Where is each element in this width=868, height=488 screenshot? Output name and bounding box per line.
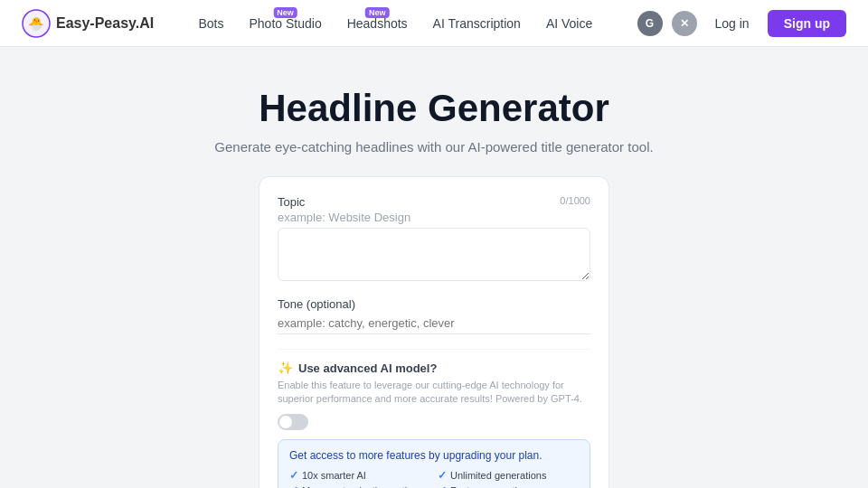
tone-field: Tone (optional) [278,297,590,334]
signup-button[interactable]: Sign up [768,10,846,37]
feature-customization: ✓ More customization options [289,484,430,488]
tone-label: Tone (optional) [278,297,355,311]
feature-unlimited: ✓ Unlimited generations [438,469,579,482]
feature-faster: ✓ Faster generation [438,484,579,488]
page-title: Headline Generator [18,87,850,130]
nav-headshots[interactable]: New Headshots [347,16,408,31]
ai-description: Enable this feature to leverage our cutt… [278,379,590,407]
upgrade-banner-text: Get access to more features by upgrading… [289,449,579,462]
ai-toggle-label: Use advanced AI model? [298,361,437,375]
login-button[interactable]: Log in [706,11,759,36]
upgrade-features-grid: ✓ 10x smarter AI ✓ Unlimited generations… [289,469,579,488]
check-icon-smarter: ✓ [289,469,298,482]
topic-textarea[interactable] [278,228,590,281]
feature-smarter: ✓ 10x smarter AI [289,469,430,482]
logo[interactable]: 🐣 Easy-Peasy.AI [22,9,154,38]
check-icon-unlimited: ✓ [438,469,447,482]
nav-links: Bots New Photo Studio New Headshots AI T… [198,16,592,31]
navbar-actions: G ✕ Log in Sign up [637,10,846,37]
navbar: 🐣 Easy-Peasy.AI Bots New Photo Studio Ne… [0,0,868,47]
sparkle-icon: ✨ [278,361,293,375]
svg-text:🐣: 🐣 [28,16,44,32]
topic-char-count: 0/1000 [560,195,590,209]
photo-studio-badge: New [273,7,297,18]
tone-input[interactable] [278,313,590,334]
ai-toggle-switch[interactable] [278,414,308,430]
hero-section: Headline Generator Generate eye-catching… [0,47,868,176]
nav-ai-voice[interactable]: AI Voice [546,16,592,31]
nav-ai-transcription[interactable]: AI Transcription [433,16,521,31]
hero-subtitle: Generate eye-catching headlines with our… [18,139,850,155]
logo-icon: 🐣 [22,9,51,38]
nav-photo-studio[interactable]: New Photo Studio [250,16,322,31]
nav-bots[interactable]: Bots [198,16,223,31]
ai-toggle-section: ✨ Use advanced AI model? Enable this fea… [278,349,590,430]
upgrade-banner: Get access to more features by upgrading… [278,439,590,488]
gear-icon-btn[interactable]: ✕ [672,11,697,36]
topic-field: Topic 0/1000 example: Website Design [278,195,590,285]
generator-card: Topic 0/1000 example: Website Design Ton… [259,176,609,488]
logo-text: Easy-Peasy.AI [56,15,154,32]
topic-placeholder-text: example: Website Design [278,211,590,224]
check-icon-customization: ✓ [289,484,298,488]
ai-toggle-row: ✨ Use advanced AI model? [278,361,590,375]
topic-label: Topic [278,195,305,209]
headshots-badge: New [365,7,390,18]
check-icon-faster: ✓ [438,484,447,488]
user-icon-btn[interactable]: G [637,11,663,36]
